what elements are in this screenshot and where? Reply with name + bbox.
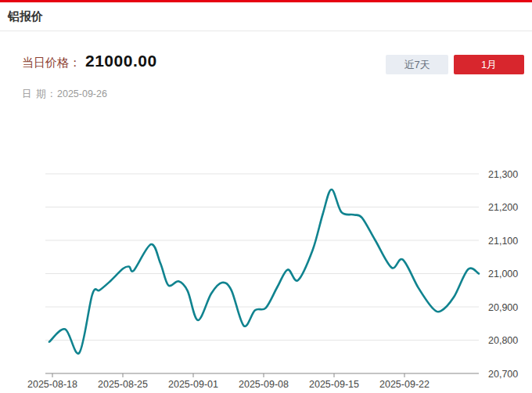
aluminum-quote-page: 铝报价 当日价格： 21000.00 近7天 1月 日 期：2025-09-26… <box>0 0 532 393</box>
x-tick-label: 2025-09-08 <box>239 379 289 390</box>
y-tick-label: 21,000 <box>488 269 518 279</box>
range-button-7days[interactable]: 近7天 <box>386 55 448 74</box>
price-label: 当日价格： <box>22 56 81 70</box>
price-line-series <box>49 189 479 354</box>
x-tick-label: 2025-09-01 <box>168 379 218 390</box>
y-tick-label: 21,200 <box>488 202 518 213</box>
range-button-1month[interactable]: 1月 <box>454 55 524 74</box>
current-price-row: 当日价格： 21000.00 <box>22 52 157 70</box>
y-tick-label: 20,700 <box>488 369 518 380</box>
price-value: 21000.00 <box>85 52 157 70</box>
y-tick-label: 20,900 <box>488 302 518 313</box>
header: 铝报价 <box>0 2 532 31</box>
x-tick-label: 2025-09-22 <box>379 379 430 390</box>
y-tick-label: 20,800 <box>488 335 518 346</box>
page-title: 铝报价 <box>8 9 43 24</box>
x-tick-label: 2025-08-18 <box>27 379 77 390</box>
date-row: 日 期：2025-09-26 <box>22 88 107 101</box>
x-tick-label: 2025-08-25 <box>98 379 148 390</box>
x-tick-label: 2025-09-15 <box>309 379 359 390</box>
y-tick-label: 21,300 <box>488 169 518 180</box>
date-label: 日 期： <box>22 88 57 99</box>
date-value: 2025-09-26 <box>57 88 107 99</box>
y-tick-label: 21,100 <box>488 236 518 247</box>
